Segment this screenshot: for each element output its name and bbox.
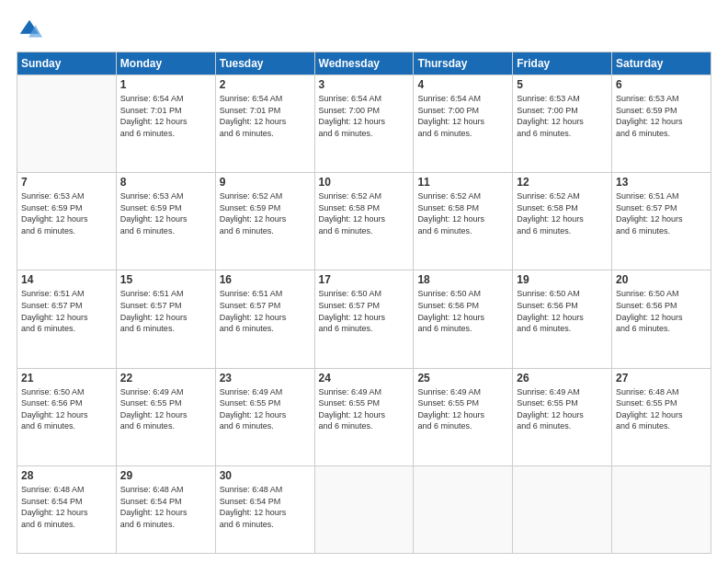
day-info: Sunrise: 6:49 AM Sunset: 6:55 PM Dayligh… — [120, 386, 211, 432]
day-header-thursday: Thursday — [414, 52, 513, 75]
calendar-cell: 25Sunrise: 6:49 AM Sunset: 6:55 PM Dayli… — [414, 368, 513, 465]
day-header-tuesday: Tuesday — [215, 52, 314, 75]
calendar-cell: 23Sunrise: 6:49 AM Sunset: 6:55 PM Dayli… — [215, 368, 314, 465]
day-number: 8 — [120, 176, 211, 189]
calendar-cell: 30Sunrise: 6:48 AM Sunset: 6:54 PM Dayli… — [215, 465, 314, 553]
day-number: 22 — [120, 372, 211, 385]
calendar-cell: 22Sunrise: 6:49 AM Sunset: 6:55 PM Dayli… — [116, 368, 215, 465]
day-info: Sunrise: 6:51 AM Sunset: 6:57 PM Dayligh… — [616, 190, 707, 236]
calendar-cell: 2Sunrise: 6:54 AM Sunset: 7:01 PM Daylig… — [215, 75, 314, 173]
calendar-week-5: 28Sunrise: 6:48 AM Sunset: 6:54 PM Dayli… — [17, 465, 711, 553]
day-info: Sunrise: 6:49 AM Sunset: 6:55 PM Dayligh… — [517, 386, 608, 432]
day-info: Sunrise: 6:48 AM Sunset: 6:54 PM Dayligh… — [120, 484, 211, 530]
logo — [17, 17, 46, 42]
calendar-cell: 19Sunrise: 6:50 AM Sunset: 6:56 PM Dayli… — [513, 270, 612, 368]
logo-icon — [17, 17, 42, 42]
day-number: 13 — [616, 176, 707, 189]
calendar-cell — [513, 465, 612, 553]
calendar-week-4: 21Sunrise: 6:50 AM Sunset: 6:56 PM Dayli… — [17, 368, 711, 465]
day-info: Sunrise: 6:52 AM Sunset: 6:59 PM Dayligh… — [220, 190, 311, 236]
day-number: 18 — [417, 273, 508, 286]
day-info: Sunrise: 6:53 AM Sunset: 6:59 PM Dayligh… — [616, 93, 707, 139]
day-info: Sunrise: 6:51 AM Sunset: 6:57 PM Dayligh… — [21, 288, 112, 334]
day-number: 27 — [616, 372, 707, 385]
day-number: 12 — [517, 176, 608, 189]
day-number: 14 — [21, 273, 112, 286]
day-number: 30 — [220, 469, 311, 482]
day-header-monday: Monday — [116, 52, 215, 75]
day-info: Sunrise: 6:48 AM Sunset: 6:55 PM Dayligh… — [616, 386, 707, 432]
day-info: Sunrise: 6:50 AM Sunset: 6:56 PM Dayligh… — [21, 386, 112, 432]
calendar-header-row: SundayMondayTuesdayWednesdayThursdayFrid… — [17, 52, 711, 75]
day-number: 7 — [21, 176, 112, 189]
day-info: Sunrise: 6:51 AM Sunset: 6:57 PM Dayligh… — [220, 288, 311, 334]
day-info: Sunrise: 6:54 AM Sunset: 7:01 PM Dayligh… — [120, 93, 211, 139]
calendar-cell: 8Sunrise: 6:53 AM Sunset: 6:59 PM Daylig… — [116, 173, 215, 270]
day-number: 10 — [319, 176, 410, 189]
calendar-cell: 11Sunrise: 6:52 AM Sunset: 6:58 PM Dayli… — [414, 173, 513, 270]
day-number: 3 — [319, 78, 410, 91]
calendar-cell: 21Sunrise: 6:50 AM Sunset: 6:56 PM Dayli… — [17, 368, 117, 465]
day-header-sunday: Sunday — [17, 52, 117, 75]
day-number: 2 — [220, 78, 311, 91]
calendar-cell: 7Sunrise: 6:53 AM Sunset: 6:59 PM Daylig… — [17, 173, 117, 270]
calendar-cell: 9Sunrise: 6:52 AM Sunset: 6:59 PM Daylig… — [215, 173, 314, 270]
day-info: Sunrise: 6:54 AM Sunset: 7:00 PM Dayligh… — [319, 93, 410, 139]
day-info: Sunrise: 6:50 AM Sunset: 6:56 PM Dayligh… — [417, 288, 508, 334]
day-number: 9 — [220, 176, 311, 189]
calendar-cell: 29Sunrise: 6:48 AM Sunset: 6:54 PM Dayli… — [116, 465, 215, 553]
day-info: Sunrise: 6:52 AM Sunset: 6:58 PM Dayligh… — [319, 190, 410, 236]
day-info: Sunrise: 6:50 AM Sunset: 6:56 PM Dayligh… — [517, 288, 608, 334]
calendar-cell: 14Sunrise: 6:51 AM Sunset: 6:57 PM Dayli… — [17, 270, 117, 368]
day-number: 21 — [21, 372, 112, 385]
day-number: 16 — [220, 273, 311, 286]
day-info: Sunrise: 6:50 AM Sunset: 6:57 PM Dayligh… — [319, 288, 410, 334]
day-info: Sunrise: 6:53 AM Sunset: 6:59 PM Dayligh… — [21, 190, 112, 236]
day-number: 1 — [120, 78, 211, 91]
calendar-cell: 12Sunrise: 6:52 AM Sunset: 6:58 PM Dayli… — [513, 173, 612, 270]
calendar-cell: 26Sunrise: 6:49 AM Sunset: 6:55 PM Dayli… — [513, 368, 612, 465]
day-info: Sunrise: 6:52 AM Sunset: 6:58 PM Dayligh… — [517, 190, 608, 236]
calendar-week-2: 7Sunrise: 6:53 AM Sunset: 6:59 PM Daylig… — [17, 173, 711, 270]
day-info: Sunrise: 6:53 AM Sunset: 7:00 PM Dayligh… — [517, 93, 608, 139]
day-number: 11 — [417, 176, 508, 189]
calendar-cell: 20Sunrise: 6:50 AM Sunset: 6:56 PM Dayli… — [612, 270, 711, 368]
day-number: 4 — [417, 78, 508, 91]
day-info: Sunrise: 6:53 AM Sunset: 6:59 PM Dayligh… — [120, 190, 211, 236]
day-number: 6 — [616, 78, 707, 91]
calendar-cell: 1Sunrise: 6:54 AM Sunset: 7:01 PM Daylig… — [116, 75, 215, 173]
day-info: Sunrise: 6:54 AM Sunset: 7:00 PM Dayligh… — [417, 93, 508, 139]
day-number: 5 — [517, 78, 608, 91]
day-number: 28 — [21, 469, 112, 482]
day-number: 23 — [220, 372, 311, 385]
calendar-cell — [612, 465, 711, 553]
day-header-wednesday: Wednesday — [314, 52, 414, 75]
day-header-friday: Friday — [513, 52, 612, 75]
calendar-cell: 13Sunrise: 6:51 AM Sunset: 6:57 PM Dayli… — [612, 173, 711, 270]
calendar-week-3: 14Sunrise: 6:51 AM Sunset: 6:57 PM Dayli… — [17, 270, 711, 368]
day-number: 20 — [616, 273, 707, 286]
calendar-cell — [17, 75, 117, 173]
day-info: Sunrise: 6:52 AM Sunset: 6:58 PM Dayligh… — [417, 190, 508, 236]
day-info: Sunrise: 6:51 AM Sunset: 6:57 PM Dayligh… — [120, 288, 211, 334]
calendar-cell: 16Sunrise: 6:51 AM Sunset: 6:57 PM Dayli… — [215, 270, 314, 368]
day-info: Sunrise: 6:48 AM Sunset: 6:54 PM Dayligh… — [21, 484, 112, 530]
calendar-cell: 4Sunrise: 6:54 AM Sunset: 7:00 PM Daylig… — [414, 75, 513, 173]
page: SundayMondayTuesdayWednesdayThursdayFrid… — [0, 0, 728, 563]
day-info: Sunrise: 6:54 AM Sunset: 7:01 PM Dayligh… — [220, 93, 311, 139]
calendar-cell: 27Sunrise: 6:48 AM Sunset: 6:55 PM Dayli… — [612, 368, 711, 465]
day-header-saturday: Saturday — [612, 52, 711, 75]
day-number: 24 — [319, 372, 410, 385]
day-number: 17 — [319, 273, 410, 286]
day-info: Sunrise: 6:49 AM Sunset: 6:55 PM Dayligh… — [319, 386, 410, 432]
calendar-cell — [314, 465, 414, 553]
day-number: 29 — [120, 469, 211, 482]
calendar-cell: 17Sunrise: 6:50 AM Sunset: 6:57 PM Dayli… — [314, 270, 414, 368]
calendar-cell: 28Sunrise: 6:48 AM Sunset: 6:54 PM Dayli… — [17, 465, 117, 553]
calendar-cell: 3Sunrise: 6:54 AM Sunset: 7:00 PM Daylig… — [314, 75, 414, 173]
header — [17, 17, 711, 42]
day-info: Sunrise: 6:49 AM Sunset: 6:55 PM Dayligh… — [220, 386, 311, 432]
calendar-cell: 24Sunrise: 6:49 AM Sunset: 6:55 PM Dayli… — [314, 368, 414, 465]
day-number: 26 — [517, 372, 608, 385]
calendar-cell: 5Sunrise: 6:53 AM Sunset: 7:00 PM Daylig… — [513, 75, 612, 173]
